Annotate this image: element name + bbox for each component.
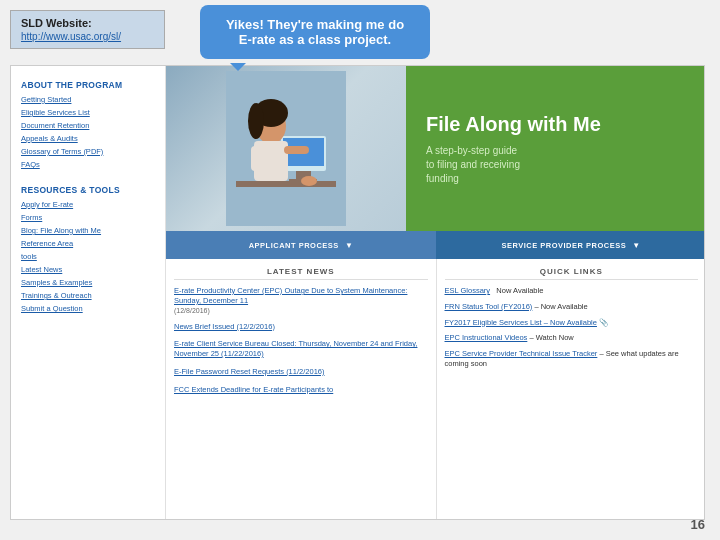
applicant-process-btn[interactable]: APPLICANT PROCESS ▼ [166, 231, 436, 259]
news-link-4[interactable]: E-File Password Reset Requests (11/2/201… [174, 367, 428, 377]
provider-process-btn[interactable]: SERVICE PROVIDER PROCESS ▼ [436, 231, 705, 259]
hero-photo [166, 66, 406, 231]
news-item-1: E-rate Productivity Center (EPC) Outage … [174, 286, 428, 314]
page-number: 16 [691, 517, 705, 532]
news-date-1: (12/8/2016) [174, 307, 428, 314]
sidebar-item-reference[interactable]: Reference Area [11, 237, 165, 250]
sidebar-item-document-retention[interactable]: Document Retention [11, 119, 165, 132]
quick-links-header: QUICK LINKS [445, 267, 699, 280]
svg-rect-1 [236, 181, 336, 187]
quick-link-4-status: – Watch Now [529, 333, 573, 342]
svg-point-8 [248, 103, 264, 139]
sidebar-section-about: ABOUT THE PROGRAM [11, 74, 165, 93]
sidebar-item-glossary[interactable]: Glossary of Terms (PDF) [11, 145, 165, 158]
hero-green-box: File Along with Me A step-by-step guidet… [406, 66, 705, 231]
quick-link-2-label[interactable]: FRN Status Tool (FY2016) [445, 302, 533, 311]
sidebar-divider [11, 171, 165, 179]
news-item-5: FCC Extends Deadline for E-rate Particip… [174, 385, 428, 395]
sidebar-item-faqs[interactable]: FAQs [11, 158, 165, 171]
quick-link-5: EPC Service Provider Technical Issue Tra… [445, 349, 699, 369]
sld-title: SLD Website: [21, 17, 154, 29]
process-row: APPLICANT PROCESS ▼ SERVICE PROVIDER PRO… [166, 231, 705, 259]
quick-link-5-label[interactable]: EPC Service Provider Technical Issue Tra… [445, 349, 598, 358]
quick-link-3: FY2017 Eligible Services List – Now Avai… [445, 318, 699, 328]
sidebar-item-appeals[interactable]: Appeals & Audits [11, 132, 165, 145]
sidebar-item-tools[interactable]: tools [11, 250, 165, 263]
main-content: File Along with Me A step-by-step guidet… [166, 66, 705, 519]
quick-link-1-label[interactable]: ESL Glossary [445, 286, 491, 295]
sidebar-item-trainings[interactable]: Trainings & Outreach [11, 289, 165, 302]
sidebar-item-apply[interactable]: Apply for E-rate [11, 198, 165, 211]
news-item-2: News Brief Issued (12/2/2016) [174, 322, 428, 332]
applicant-process-label: APPLICANT PROCESS [249, 241, 339, 250]
news-column: LATEST NEWS E-rate Productivity Center (… [166, 259, 437, 519]
news-link-1[interactable]: E-rate Productivity Center (EPC) Outage … [174, 286, 428, 306]
hero-title: File Along with Me [426, 112, 686, 136]
sld-link[interactable]: http://www.usac.org/sl/ [21, 31, 154, 42]
quick-link-2-status: – Now Available [534, 302, 587, 311]
svg-rect-10 [284, 146, 309, 154]
quick-link-1: ESL Glossary Now Available [445, 286, 699, 296]
slide: SLD Website: http://www.usac.org/sl/ Yik… [0, 0, 720, 540]
provider-process-label: SERVICE PROVIDER PROCESS [501, 241, 626, 250]
sidebar-item-getting-started[interactable]: Getting Started [11, 93, 165, 106]
speech-bubble: Yikes! They're making me do E-rate as a … [200, 5, 430, 59]
provider-arrow-icon: ▼ [632, 241, 640, 250]
sidebar-section-resources: RESOURCES & TOOLS [11, 179, 165, 198]
quick-link-4-label[interactable]: EPC Instructional Videos [445, 333, 528, 342]
quick-links-column: QUICK LINKS ESL Glossary Now Available F… [437, 259, 706, 519]
quick-link-2: FRN Status Tool (FY2016) – Now Available [445, 302, 699, 312]
two-col-area: LATEST NEWS E-rate Productivity Center (… [166, 259, 705, 519]
news-link-5[interactable]: FCC Extends Deadline for E-rate Particip… [174, 385, 428, 395]
sidebar-item-submit[interactable]: Submit a Question [11, 302, 165, 315]
news-link-3[interactable]: E-rate Client Service Bureau Closed: Thu… [174, 339, 428, 359]
quick-link-1-status: Now Available [492, 286, 543, 295]
applicant-arrow-icon: ▼ [345, 241, 353, 250]
svg-rect-12 [251, 146, 259, 171]
hero-subtitle: A step-by-step guideto filing and receiv… [426, 144, 686, 186]
sidebar: ABOUT THE PROGRAM Getting Started Eligib… [11, 66, 166, 519]
svg-rect-9 [254, 141, 288, 181]
svg-point-11 [301, 176, 317, 186]
sidebar-item-forms[interactable]: Forms [11, 211, 165, 224]
quick-link-3-icon: 📎 [599, 318, 608, 327]
sidebar-item-eligible-services[interactable]: Eligible Services List [11, 106, 165, 119]
sidebar-item-news[interactable]: Latest News [11, 263, 165, 276]
news-header: LATEST NEWS [174, 267, 428, 280]
news-item-3: E-rate Client Service Bureau Closed: Thu… [174, 339, 428, 359]
sidebar-item-blog[interactable]: Blog: File Along with Me [11, 224, 165, 237]
news-item-4: E-File Password Reset Requests (11/2/201… [174, 367, 428, 377]
sidebar-item-samples[interactable]: Samples & Examples [11, 276, 165, 289]
quick-link-4: EPC Instructional Videos – Watch Now [445, 333, 699, 343]
news-link-2[interactable]: News Brief Issued (12/2/2016) [174, 322, 428, 332]
hero-section: File Along with Me A step-by-step guidet… [166, 66, 705, 231]
quick-link-3-label[interactable]: FY2017 Eligible Services List – Now Avai… [445, 318, 597, 327]
child-image [226, 71, 346, 226]
sld-box: SLD Website: http://www.usac.org/sl/ [10, 10, 165, 49]
website-area: ABOUT THE PROGRAM Getting Started Eligib… [10, 65, 705, 520]
